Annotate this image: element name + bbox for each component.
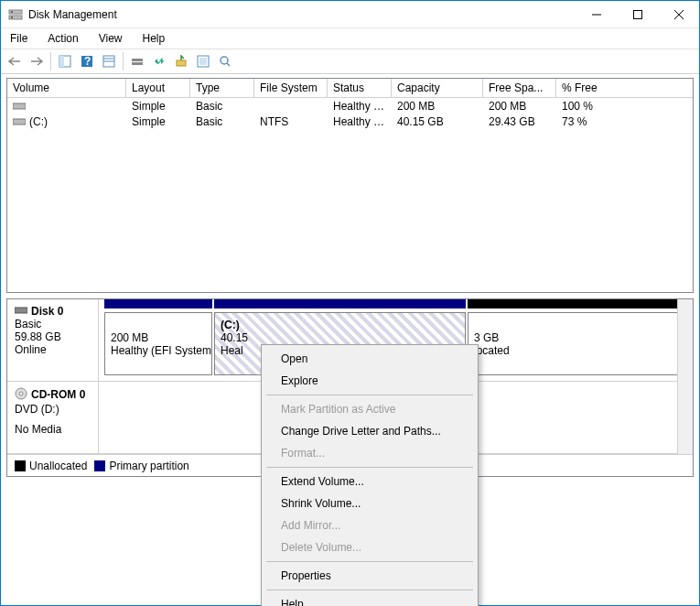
context-help[interactable]: Help xyxy=(264,593,475,606)
volume-pctfree: 100 % xyxy=(556,99,693,114)
column-capacity[interactable]: Capacity xyxy=(392,79,483,97)
volume-list[interactable]: Volume Layout Type File System Status Ca… xyxy=(6,78,694,293)
show-hide-console-tree-button[interactable] xyxy=(55,51,75,71)
volume-type: Basic xyxy=(190,114,254,129)
svg-rect-15 xyxy=(132,59,143,61)
column-status[interactable]: Status xyxy=(328,79,392,97)
column-volume[interactable]: Volume xyxy=(7,79,126,97)
volume-capacity: 200 MB xyxy=(392,99,483,114)
volume-layout: Simple xyxy=(126,99,190,114)
column-type[interactable]: Type xyxy=(190,79,254,97)
disk-status: Online xyxy=(15,343,91,356)
rescan-button[interactable] xyxy=(171,51,191,71)
toolbar-separator xyxy=(50,52,51,70)
volume-name: (C:) xyxy=(29,115,48,128)
context-menu: Open Explore Mark Partition as Active Ch… xyxy=(261,344,479,606)
app-icon xyxy=(8,7,23,22)
partition-status: located xyxy=(474,344,681,357)
disk-info[interactable]: Disk 0 Basic 59.88 GB Online xyxy=(7,299,99,381)
context-explore[interactable]: Explore xyxy=(264,370,475,392)
legend-unallocated: Unallocated xyxy=(29,460,87,472)
column-filesystem[interactable]: File System xyxy=(254,79,328,97)
svg-rect-5 xyxy=(633,10,641,18)
partition-name: (C:) xyxy=(221,319,459,331)
help-button[interactable]: ? xyxy=(77,51,97,71)
svg-text:✓: ✓ xyxy=(156,55,165,68)
window-buttons xyxy=(576,1,699,27)
top-list-button[interactable] xyxy=(99,51,119,71)
disk-size: 59.88 GB xyxy=(15,330,91,343)
svg-point-2 xyxy=(11,11,13,13)
maximize-button[interactable] xyxy=(617,1,658,27)
svg-point-3 xyxy=(11,16,13,18)
disk-type: DVD (D:) xyxy=(15,403,91,416)
partition-efi[interactable]: 200 MB Healthy (EFI System P xyxy=(104,312,212,375)
legend-primary: Primary partition xyxy=(109,460,188,472)
menu-file[interactable]: File xyxy=(6,30,31,47)
volume-capacity: 40.15 GB xyxy=(392,114,483,129)
context-open[interactable]: Open xyxy=(264,348,475,370)
disk-icon xyxy=(15,305,27,318)
disk-management-window: Disk Management File Action View Help ? … xyxy=(0,0,700,606)
titlebar: Disk Management xyxy=(1,1,699,28)
context-change-letter[interactable]: Change Drive Letter and Paths... xyxy=(264,420,475,442)
context-delete-volume: Delete Volume... xyxy=(264,536,475,558)
context-separator xyxy=(266,395,473,395)
partition-size: 40.15 xyxy=(221,331,459,344)
context-format: Format... xyxy=(264,442,475,464)
svg-rect-25 xyxy=(15,308,27,313)
cdrom-icon xyxy=(15,387,27,403)
svg-point-27 xyxy=(19,392,23,395)
disk-status: No Media xyxy=(15,423,91,436)
context-mark-active: Mark Partition as Active xyxy=(264,398,475,420)
volume-layout: Simple xyxy=(126,114,190,129)
partition-size: 3 GB xyxy=(474,331,681,344)
window-title: Disk Management xyxy=(28,8,576,21)
refresh-button[interactable]: ✓ xyxy=(149,51,169,71)
volume-icon xyxy=(13,103,26,110)
context-separator xyxy=(266,467,473,468)
volume-row[interactable]: SimpleBasicHealthy (E...200 MB200 MB100 … xyxy=(7,98,693,114)
svg-line-22 xyxy=(227,63,230,66)
volume-fs xyxy=(254,105,328,107)
vertical-scrollbar[interactable] xyxy=(677,299,693,454)
disk-info[interactable]: CD-ROM 0 DVD (D:) No Media xyxy=(7,382,99,454)
context-add-mirror: Add Mirror... xyxy=(264,514,475,536)
partition-size: 200 MB xyxy=(111,331,206,344)
volume-status: Healthy (B... xyxy=(328,114,392,129)
volume-free: 200 MB xyxy=(483,99,556,114)
menu-action[interactable]: Action xyxy=(44,30,81,47)
minimize-button[interactable] xyxy=(576,1,617,27)
disk-type: Basic xyxy=(15,318,91,330)
context-extend-volume[interactable]: Extend Volume... xyxy=(264,471,475,492)
context-shrink-volume[interactable]: Shrink Volume... xyxy=(264,492,475,514)
svg-rect-20 xyxy=(199,58,207,65)
context-separator xyxy=(266,561,473,562)
toolbar: ? ✓ xyxy=(1,49,699,74)
volume-free: 29.43 GB xyxy=(483,114,556,129)
forward-button[interactable] xyxy=(27,51,47,71)
partition-status: Healthy (EFI System P xyxy=(111,344,206,357)
svg-text:?: ? xyxy=(84,55,91,68)
back-button[interactable] xyxy=(5,51,25,71)
find-button[interactable] xyxy=(215,51,235,71)
volume-list-header: Volume Layout Type File System Status Ca… xyxy=(7,79,693,98)
menu-help[interactable]: Help xyxy=(139,30,169,47)
volume-row[interactable]: (C:)SimpleBasicNTFSHealthy (B...40.15 GB… xyxy=(7,114,693,129)
disk-list-button[interactable] xyxy=(127,51,147,71)
toolbar-separator xyxy=(123,52,124,70)
svg-rect-18 xyxy=(177,60,186,66)
volume-pctfree: 73 % xyxy=(556,114,693,129)
partition-unallocated[interactable]: 3 GB located xyxy=(468,312,687,375)
svg-rect-24 xyxy=(13,119,26,124)
column-freespace[interactable]: Free Spa... xyxy=(483,79,556,97)
svg-rect-23 xyxy=(13,103,26,109)
settings-button[interactable] xyxy=(193,51,213,71)
menu-view[interactable]: View xyxy=(95,30,126,47)
close-button[interactable] xyxy=(658,1,699,27)
volume-fs: NTFS xyxy=(254,114,328,129)
column-pctfree[interactable]: % Free xyxy=(556,79,693,97)
context-separator xyxy=(266,590,473,590)
context-properties[interactable]: Properties xyxy=(264,565,475,587)
column-layout[interactable]: Layout xyxy=(126,79,190,97)
